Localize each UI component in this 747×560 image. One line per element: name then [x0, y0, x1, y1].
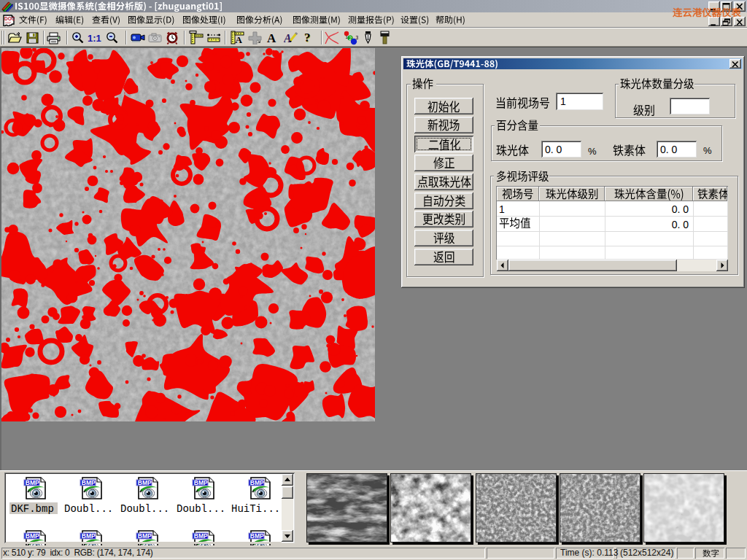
svg-text:BMP: BMP [26, 532, 39, 540]
svg-text:BMP: BMP [138, 479, 152, 486]
svg-text:A: A [284, 32, 292, 44]
svg-text:BMP: BMP [82, 479, 96, 486]
svg-text:BMP: BMP [194, 532, 208, 540]
svg-text:BMP: BMP [250, 532, 264, 540]
svg-text:BMP: BMP [82, 532, 96, 540]
svg-text:BMP: BMP [194, 479, 208, 486]
svg-text:DOC: DOC [4, 16, 15, 21]
svg-text:BMP: BMP [138, 532, 152, 540]
svg-text:A: A [236, 34, 243, 44]
svg-text:BMP: BMP [250, 479, 264, 486]
svg-text:BMP: BMP [26, 479, 39, 486]
svg-text:3: 3 [356, 35, 359, 40]
